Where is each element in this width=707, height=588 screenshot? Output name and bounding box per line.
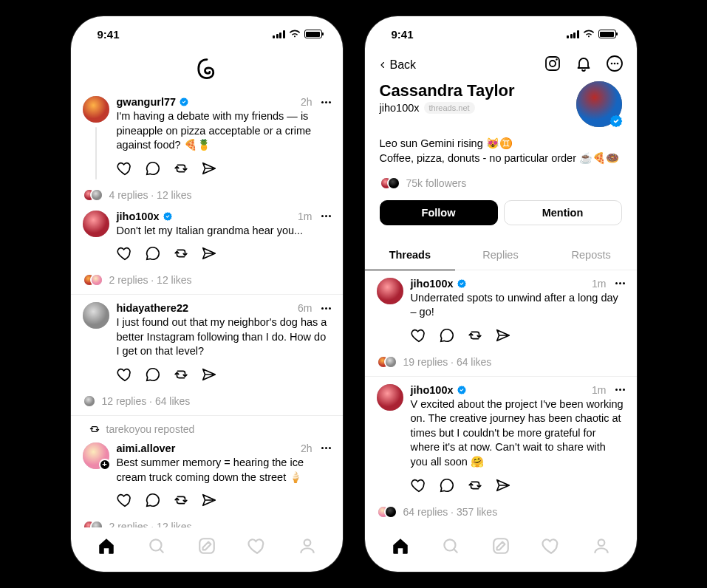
follow-button[interactable]: Follow xyxy=(380,200,498,225)
profile-tabs: Threads Replies Reposts xyxy=(365,240,637,270)
threads-logo[interactable] xyxy=(71,52,343,89)
share-button[interactable] xyxy=(201,366,217,386)
followers-row[interactable]: 75k followers xyxy=(380,177,622,190)
avatar[interactable] xyxy=(83,302,109,329)
share-button[interactable] xyxy=(201,245,217,264)
post[interactable]: gwangurl77 2h I'm having a debate with m… xyxy=(71,89,343,185)
comment-button[interactable] xyxy=(145,366,161,386)
verified-icon xyxy=(609,114,624,129)
like-button[interactable] xyxy=(117,492,133,511)
tab-reposts[interactable]: Reposts xyxy=(546,240,637,270)
post-meta[interactable]: 19 replies · 64 likes xyxy=(403,356,492,368)
nav-compose[interactable] xyxy=(196,535,218,557)
like-button[interactable] xyxy=(411,477,427,496)
comment-button[interactable] xyxy=(439,477,455,496)
nav-profile[interactable] xyxy=(590,535,612,557)
post-meta[interactable]: 64 replies · 357 likes xyxy=(403,506,498,518)
reply-avatars[interactable] xyxy=(83,394,96,408)
repost-button[interactable] xyxy=(173,492,189,511)
repost-button[interactable] xyxy=(173,366,189,386)
more-options-icon[interactable] xyxy=(606,55,624,75)
repost-button[interactable] xyxy=(467,327,483,346)
repost-button[interactable] xyxy=(173,245,189,264)
post-meta[interactable]: 2 replies · 12 likes xyxy=(109,521,192,527)
post-meta[interactable]: 12 replies · 64 likes xyxy=(102,395,191,407)
post[interactable]: jiho100x 1m Don't let my Italian grandma… xyxy=(71,209,343,271)
post-more-button[interactable] xyxy=(321,447,331,449)
comment-button[interactable] xyxy=(145,160,161,180)
status-bar: 9:41 xyxy=(365,16,637,52)
profile-feed: jiho100x 1m Underrated spots to unwind a… xyxy=(365,270,637,527)
nav-search[interactable] xyxy=(440,535,462,557)
like-button[interactable] xyxy=(117,160,133,180)
repost-button[interactable] xyxy=(467,477,483,496)
signal-icon xyxy=(567,30,579,38)
instagram-icon[interactable] xyxy=(544,55,561,75)
domain-badge[interactable]: threads.net xyxy=(424,102,475,114)
post-username[interactable]: jiho100x xyxy=(411,384,454,396)
svg-rect-26 xyxy=(386,357,396,367)
mention-button[interactable]: Mention xyxy=(504,200,622,225)
post-username[interactable]: jiho100x xyxy=(117,211,160,222)
repost-button[interactable] xyxy=(173,160,189,180)
add-follow-icon[interactable]: + xyxy=(99,459,111,471)
home-feed: gwangurl77 2h I'm having a debate with m… xyxy=(71,89,343,527)
nav-home[interactable] xyxy=(389,535,411,557)
like-button[interactable] xyxy=(117,245,133,264)
post-more-button[interactable] xyxy=(615,389,625,391)
post-username[interactable]: hidayathere22 xyxy=(117,302,189,314)
tab-replies[interactable]: Replies xyxy=(455,240,546,270)
post-username[interactable]: gwangurl77 xyxy=(117,96,177,108)
post-more-button[interactable] xyxy=(321,101,331,103)
post-more-button[interactable] xyxy=(321,215,331,217)
reply-avatars[interactable] xyxy=(83,520,103,527)
nav-activity[interactable] xyxy=(246,535,268,557)
repost-label: tarekoyou reposted xyxy=(71,416,343,435)
post-more-button[interactable] xyxy=(615,282,625,284)
post[interactable]: hidayathere22 6m I just found out that m… xyxy=(71,295,343,392)
tab-threads[interactable]: Threads xyxy=(365,240,456,270)
nav-home[interactable] xyxy=(95,535,117,557)
like-button[interactable] xyxy=(117,366,133,386)
svg-rect-12 xyxy=(92,190,102,200)
avatar[interactable] xyxy=(83,211,109,237)
reply-avatars[interactable] xyxy=(83,273,103,287)
share-button[interactable] xyxy=(201,492,217,511)
post-username[interactable]: aimi.allover xyxy=(117,442,176,454)
reply-avatars[interactable] xyxy=(83,188,103,202)
svg-rect-20 xyxy=(92,522,102,527)
avatar[interactable] xyxy=(83,96,109,123)
comment-button[interactable] xyxy=(439,327,455,346)
post-text: Don't let my Italian grandma hear you... xyxy=(117,224,331,239)
notifications-icon[interactable] xyxy=(575,55,592,75)
svg-rect-29 xyxy=(386,507,396,517)
post-time: 1m xyxy=(298,211,312,222)
avatar[interactable] xyxy=(377,384,403,411)
post-meta[interactable]: 2 replies · 12 likes xyxy=(109,274,192,286)
post-username[interactable]: jiho100x xyxy=(411,278,454,290)
profile-username: jiho100x xyxy=(380,102,420,114)
post-more-button[interactable] xyxy=(321,307,331,310)
wifi-icon xyxy=(289,30,301,38)
nav-activity[interactable] xyxy=(540,535,562,557)
back-button[interactable]: Back xyxy=(378,58,417,72)
share-button[interactable] xyxy=(201,160,217,180)
like-button[interactable] xyxy=(411,327,427,346)
avatar[interactable] xyxy=(377,278,403,304)
post-text: V excited about the project I've been wo… xyxy=(411,397,625,470)
share-button[interactable] xyxy=(495,327,511,346)
post-meta[interactable]: 4 replies · 12 likes xyxy=(109,189,192,201)
nav-search[interactable] xyxy=(146,535,168,557)
status-bar: 9:41 xyxy=(71,16,343,52)
reply-avatars[interactable] xyxy=(377,505,397,519)
nav-compose[interactable] xyxy=(490,535,512,557)
post[interactable]: + aimi.allover 2h Best summer memory = h… xyxy=(71,435,343,517)
comment-button[interactable] xyxy=(145,245,161,264)
reply-avatars[interactable] xyxy=(377,355,397,369)
nav-profile[interactable] xyxy=(296,535,318,557)
battery-icon xyxy=(598,30,616,38)
post[interactable]: jiho100x 1m V excited about the project … xyxy=(365,377,637,502)
comment-button[interactable] xyxy=(145,492,161,511)
post[interactable]: jiho100x 1m Underrated spots to unwind a… xyxy=(365,270,637,352)
share-button[interactable] xyxy=(495,477,511,496)
